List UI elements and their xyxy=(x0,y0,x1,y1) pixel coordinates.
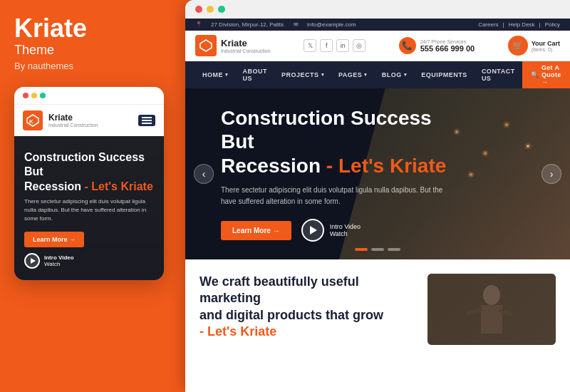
hero-content: Construction Success But Recession - Let… xyxy=(221,106,449,242)
svg-text:K: K xyxy=(29,118,33,125)
menu-item-blog[interactable]: BLOG▾ xyxy=(375,61,415,88)
topbar-sep1: | xyxy=(503,21,504,28)
hero-dot-3[interactable] xyxy=(388,248,400,251)
mobile-dots xyxy=(23,93,46,98)
left-panel: Kriate Theme By nauthemes K Kriate Indus… xyxy=(14,14,164,280)
topbar-helpdesk[interactable]: Help Desk xyxy=(509,21,535,28)
hero-desc: There sectetur adipiscing elit duis volu… xyxy=(221,185,449,207)
menu-item-about[interactable]: ABOUT US xyxy=(236,61,275,88)
nav-logo[interactable]: Kriate Industrial Construction xyxy=(195,35,271,56)
brand-by: By nauthemes xyxy=(14,61,164,71)
mobile-hero-title: Construction Success But Recession - Let… xyxy=(24,150,154,195)
email-icon: ✉ xyxy=(294,21,299,28)
desktop-preview: 📍 27 Division, Mirpur-12, Pallbi. ✉ info… xyxy=(185,0,570,392)
desktop-topbar: 📍 27 Division, Mirpur-12, Pallbi. ✉ info… xyxy=(185,19,570,31)
menu-item-contact[interactable]: CONTACT US xyxy=(475,61,522,88)
svg-marker-2 xyxy=(200,40,212,51)
topbar-address: 27 Division, Mirpur-12, Pallbi. xyxy=(211,21,285,28)
hero-pagination xyxy=(355,248,400,251)
bottom-title: We craft beautifully useful marketing an… xyxy=(200,274,413,341)
mobile-preview: K Kriate Industrial Construction Constru… xyxy=(14,87,164,280)
hero-title: Construction Success But Recession - Let… xyxy=(221,106,449,178)
topbar-right: Careers | Help Desk | Policy xyxy=(478,21,560,28)
video-label: Intro Video Watch xyxy=(330,223,361,237)
hero-next-button[interactable]: › xyxy=(542,164,561,184)
hero-dot-1[interactable] xyxy=(355,248,368,251)
nav-logo-text-wrap: Kriate Industrial Construction xyxy=(221,38,271,53)
mobile-hamburger-icon[interactable] xyxy=(138,115,155,126)
spark-2 xyxy=(484,153,486,154)
browser-dot-red xyxy=(195,6,202,13)
brand-subtitle: Theme xyxy=(14,43,164,58)
play-icon xyxy=(301,219,324,242)
mobile-hero-desc: There sectetur adipiscing elit duis volu… xyxy=(24,197,154,223)
search-icon: 🔍 xyxy=(531,71,539,78)
menu-item-projects[interactable]: PROJECTS▾ xyxy=(274,61,331,88)
svg-point-4 xyxy=(483,285,500,305)
nav-cart[interactable]: 🛒 Your Cart (Items: 0) xyxy=(508,36,560,56)
desktop-hero: ‹ Construction Success But Recession - L… xyxy=(185,88,570,259)
topbar-left: 📍 27 Division, Mirpur-12, Pallbi. ✉ info… xyxy=(195,21,356,28)
mobile-play-icon xyxy=(24,253,40,269)
dot-red xyxy=(23,93,28,98)
desktop-bottom-section: We craft beautifully useful marketing an… xyxy=(185,259,570,359)
nav-phone: 📞 24/7 Phone Services 555 666 999 00 xyxy=(399,37,475,54)
topbar-sep2: | xyxy=(539,21,541,28)
phone-icon: 📞 xyxy=(399,37,416,54)
svg-rect-5 xyxy=(481,305,502,334)
video-button[interactable]: Intro Video Watch xyxy=(301,219,361,242)
topbar-policy[interactable]: Policy xyxy=(545,21,560,28)
mobile-video-button[interactable]: Intro Video Watch xyxy=(24,253,154,269)
linkedin-icon[interactable]: in xyxy=(336,39,349,52)
mobile-logo-icon: K xyxy=(23,110,43,130)
nav-socials: 𝕏 f in ◎ xyxy=(304,39,366,52)
browser-dot-yellow xyxy=(207,6,214,13)
mobile-browser-bar xyxy=(14,87,164,105)
get-a-quote-button[interactable]: 🔍 Get A Quote → xyxy=(522,61,570,88)
spark-1 xyxy=(456,131,457,133)
spark-5 xyxy=(527,145,529,147)
topbar-careers[interactable]: Careers xyxy=(478,21,498,28)
browser-dot-green xyxy=(218,6,225,13)
twitter-icon[interactable]: 𝕏 xyxy=(304,39,316,52)
facebook-icon[interactable]: f xyxy=(320,39,333,52)
mobile-video-label: Intro Video Watch xyxy=(44,254,74,267)
mobile-hero: Construction Success But Recession - Let… xyxy=(14,136,164,280)
bottom-image xyxy=(428,274,556,345)
nav-phone-info: 24/7 Phone Services 555 666 999 00 xyxy=(420,39,475,53)
dot-green xyxy=(40,93,46,98)
spark-4 xyxy=(470,174,472,175)
menu-item-home[interactable]: HOME▾ xyxy=(195,61,236,88)
instagram-icon[interactable]: ◎ xyxy=(353,39,366,52)
mobile-logo-text: Kriate Industrial Construction xyxy=(48,113,98,128)
bottom-text: We craft beautifully useful marketing an… xyxy=(200,274,413,344)
menu-item-pages[interactable]: PAGES▾ xyxy=(331,61,375,88)
address-icon: 📍 xyxy=(195,21,202,28)
topbar-email: info@example.com xyxy=(307,21,356,28)
hero-dot-2[interactable] xyxy=(371,248,384,251)
learn-more-button[interactable]: Learn More → xyxy=(221,221,291,240)
hero-buttons: Learn More → Intro Video Watch xyxy=(221,219,449,242)
mobile-logo-bar: K Kriate Industrial Construction xyxy=(14,105,164,136)
desktop-menu-bar: HOME▾ ABOUT US PROJECTS▾ PAGES▾ BLOG▾ EQ… xyxy=(185,61,570,88)
dot-yellow xyxy=(31,93,37,98)
cart-avatar-icon: 🛒 xyxy=(508,36,528,56)
desktop-browser-bar xyxy=(185,0,570,19)
nav-logo-icon xyxy=(195,35,217,56)
mobile-learn-more-button[interactable]: Learn More → xyxy=(24,232,84,247)
menu-item-equipments[interactable]: EQUIPMENTS xyxy=(414,61,475,88)
spark-3 xyxy=(506,124,507,125)
nav-menu-items: HOME▾ ABOUT US PROJECTS▾ PAGES▾ BLOG▾ EQ… xyxy=(195,61,522,88)
hero-prev-button[interactable]: ‹ xyxy=(194,164,214,184)
brand-name: Kriate xyxy=(14,14,164,43)
cart-info: Your Cart (Items: 0) xyxy=(532,40,560,52)
desktop-nav: Kriate Industrial Construction 𝕏 f in ◎ … xyxy=(185,31,570,61)
